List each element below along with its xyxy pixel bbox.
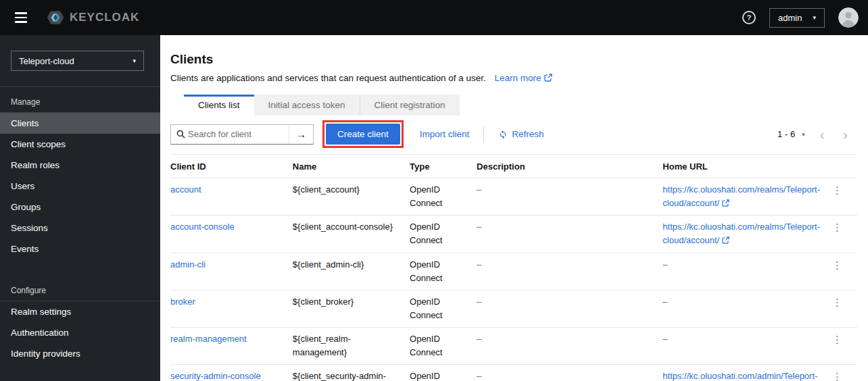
table-row: account ${client_account} OpenID Connect… <box>170 178 857 215</box>
learn-more-link[interactable]: Learn more <box>495 73 552 83</box>
help-icon[interactable]: ? <box>742 11 756 24</box>
import-client-link[interactable]: Import client <box>420 129 470 139</box>
row-actions-kebab-icon[interactable]: ⋮ <box>828 258 846 273</box>
pagination-prev-button[interactable]: ‹ <box>811 128 834 141</box>
home-url-link[interactable]: https://kc.oluoshati.com/realms/Teleport… <box>662 184 820 208</box>
tab-client-registration[interactable]: Client registration <box>360 95 460 116</box>
page-description-text: Clients are applications and services th… <box>170 73 486 83</box>
client-id-link[interactable]: security-admin-console <box>170 371 261 381</box>
annotation-highlight-box: Create client <box>322 120 404 148</box>
client-id-link[interactable]: account <box>170 184 201 195</box>
column-header-name: Name <box>293 155 410 178</box>
realm-selector-dropdown[interactable]: Teleport-cloud ▾ <box>11 51 144 71</box>
client-name: ${client_security-admin-console} <box>293 365 410 381</box>
client-description: – <box>477 253 662 290</box>
column-header-client-id: Client ID <box>170 155 293 178</box>
home-url-empty: – <box>662 253 828 290</box>
pagination-top: 1 - 6 ▾ ‹ › <box>772 126 857 142</box>
search-control: → <box>170 124 314 145</box>
search-icon <box>171 130 188 138</box>
home-url-empty: – <box>662 290 828 327</box>
chevron-down-icon: ▾ <box>813 14 816 21</box>
client-description: – <box>477 365 662 381</box>
client-id-link[interactable]: admin-cli <box>170 259 206 270</box>
client-name: ${client_broker} <box>293 290 410 327</box>
client-description: – <box>477 215 662 253</box>
page-title: Clients <box>170 52 857 67</box>
column-header-actions <box>828 155 857 178</box>
pagination-range-dropdown[interactable]: 1 - 6 ▾ <box>772 126 811 142</box>
table-row: account-console ${client_account-console… <box>170 215 857 253</box>
home-url-link[interactable]: https://kc.oluoshati.com/realms/Teleport… <box>662 222 820 245</box>
sidebar-spacer <box>0 259 160 276</box>
row-actions-kebab-icon[interactable]: ⋮ <box>828 220 846 235</box>
client-description: – <box>477 178 662 215</box>
sidebar-item-clients[interactable]: Clients <box>0 113 160 134</box>
user-menu-dropdown[interactable]: admin ▾ <box>769 8 825 28</box>
table-row: realm-management ${client_realm-manageme… <box>170 328 857 365</box>
client-name: ${client_realm-management} <box>293 328 410 365</box>
client-name: ${client_admin-cli} <box>293 253 410 290</box>
toolbar-divider <box>483 126 484 143</box>
chevron-down-icon: ▾ <box>132 57 136 64</box>
client-description: – <box>477 290 662 327</box>
column-header-home-url: Home URL <box>662 155 828 178</box>
client-id-link[interactable]: realm-management <box>170 334 247 344</box>
topbar-actions: ? admin ▾ <box>742 7 859 28</box>
sidebar-item-sessions[interactable]: Sessions <box>0 218 160 238</box>
client-id-link[interactable]: broker <box>170 297 195 307</box>
sidebar-item-groups[interactable]: Groups <box>0 197 160 218</box>
table-row: security-admin-console ${client_security… <box>170 365 857 381</box>
client-type: OpenID Connect <box>410 178 477 215</box>
client-id-link[interactable]: account-console <box>170 222 235 232</box>
sidebar: Teleport-cloud ▾ Manage Clients Client s… <box>0 35 160 381</box>
search-input[interactable] <box>188 129 289 139</box>
tab-initial-access-token[interactable]: Initial access token <box>254 95 360 116</box>
external-link-icon <box>722 236 729 244</box>
client-type: OpenID Connect <box>410 253 477 290</box>
nav-section-title: Configure <box>0 276 160 301</box>
search-submit-arrow-icon[interactable]: → <box>289 125 313 144</box>
sidebar-item-realm-settings[interactable]: Realm settings <box>0 301 160 322</box>
toolbar: → Create client Import client Refresh 1 … <box>170 120 857 155</box>
create-client-button[interactable]: Create client <box>326 124 400 145</box>
sidebar-item-authentication[interactable]: Authentication <box>0 322 160 343</box>
home-url-link[interactable]: https://kc.oluoshati.com/admin/Teleport-… <box>662 371 817 381</box>
row-actions-kebab-icon[interactable]: ⋮ <box>828 332 846 347</box>
sidebar-item-identity-providers[interactable]: Identity providers <box>0 343 160 364</box>
keycloak-logo-icon <box>46 8 65 27</box>
row-actions-kebab-icon[interactable]: ⋮ <box>828 295 846 310</box>
tab-clients-list[interactable]: Clients list <box>184 95 254 116</box>
chevron-down-icon: ▾ <box>802 131 805 138</box>
sidebar-item-events[interactable]: Events <box>0 238 160 259</box>
keycloak-logo: KEYCLOAK <box>46 8 139 27</box>
row-actions-kebab-icon[interactable]: ⋮ <box>828 370 846 381</box>
column-header-type: Type <box>410 155 477 178</box>
page-description: Clients are applications and services th… <box>170 73 857 83</box>
topbar: KEYCLOAK ? admin ▾ <box>0 0 868 35</box>
hamburger-menu-icon[interactable] <box>12 8 30 26</box>
client-type: OpenID Connect <box>410 215 477 253</box>
row-actions-kebab-icon[interactable]: ⋮ <box>828 183 846 198</box>
external-link-icon <box>722 199 729 207</box>
client-description: – <box>477 328 662 365</box>
client-type: OpenID Connect <box>410 365 477 381</box>
pagination-next-button[interactable]: › <box>834 128 857 141</box>
current-realm-label: Teleport-cloud <box>19 56 74 66</box>
nav-section-configure: Configure Realm settings Authentication … <box>0 276 160 364</box>
sidebar-item-users[interactable]: Users <box>0 176 160 197</box>
nav-section-manage: Manage Clients Client scopes Realm roles… <box>0 87 160 259</box>
sidebar-item-client-scopes[interactable]: Client scopes <box>0 134 160 155</box>
home-url-empty: – <box>662 328 828 365</box>
refresh-button[interactable]: Refresh <box>498 129 544 139</box>
client-type: OpenID Connect <box>410 328 477 365</box>
sidebar-item-realm-roles[interactable]: Realm roles <box>0 155 160 176</box>
avatar[interactable] <box>838 7 859 28</box>
main-content: Clients Clients are applications and ser… <box>160 35 868 381</box>
clients-table: Client ID Name Type Description Home URL… <box>170 155 857 381</box>
table-row: admin-cli ${client_admin-cli} OpenID Con… <box>170 253 857 290</box>
user-avatar-icon <box>838 7 859 28</box>
client-name: ${client_account} <box>293 178 410 215</box>
user-name: admin <box>778 13 802 23</box>
tabs: Clients list Initial access token Client… <box>184 95 857 116</box>
